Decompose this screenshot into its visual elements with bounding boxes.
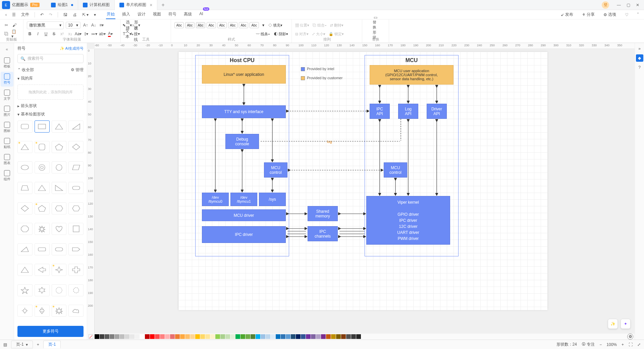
shape-hexagon2[interactable] (68, 202, 84, 214)
style-preset[interactable]: Abc (239, 22, 248, 28)
share-button[interactable]: ⚘ 分享 (580, 11, 597, 18)
list-icon[interactable]: ≔▾ (91, 31, 97, 37)
shape-pill[interactable] (52, 243, 67, 255)
ai-generate-button[interactable]: ✨ AI生成符号 (60, 46, 84, 51)
rail-component[interactable]: 组件 (1, 168, 13, 183)
color-swatch[interactable] (220, 334, 225, 339)
focus-button[interactable]: ⦿ 专注 (582, 342, 595, 347)
close-icon[interactable]: × (150, 2, 152, 8)
section-mylib[interactable]: ▾ 我的库 (17, 74, 84, 83)
shape-donut[interactable] (35, 161, 50, 173)
paste-icon[interactable]: 📋▾ (11, 31, 17, 37)
color-swatch[interactable] (215, 334, 220, 339)
font-size-select[interactable]: 10▾ (66, 22, 80, 29)
rail-text[interactable]: 文字 (1, 88, 13, 103)
box-tty[interactable]: TTY and sys interface (202, 105, 286, 118)
color-swatch[interactable] (115, 334, 119, 339)
export-button[interactable]: ⇱ ▾ (80, 11, 91, 18)
color-swatch[interactable] (230, 334, 235, 339)
shape-star5[interactable] (17, 284, 33, 296)
color-swatch[interactable] (326, 334, 331, 339)
box-ipc-driver[interactable]: IPC driver (202, 226, 286, 243)
shape-heart[interactable] (52, 223, 67, 235)
underline-icon[interactable]: U (43, 31, 49, 37)
shadow-button[interactable]: ◐ 阴影▾ (274, 32, 288, 37)
tab-insert[interactable]: 插入 (121, 10, 131, 19)
subscript-icon[interactable]: x₂ (67, 31, 73, 37)
tab-view[interactable]: 视图 (152, 10, 162, 19)
box-dev1[interactable]: /dev /ttymcu1 (230, 193, 257, 206)
shape-star6[interactable] (35, 284, 50, 296)
options-button[interactable]: ⚙ 选项 (601, 11, 618, 18)
style-preset[interactable]: Abc (207, 22, 216, 28)
publish-button[interactable]: ➹ 发布 (559, 11, 575, 18)
page[interactable]: Host CPU MCU Provided by intel Provided … (178, 52, 547, 310)
color-swatch[interactable] (160, 334, 165, 339)
shape-star8[interactable] (52, 305, 67, 317)
shape-righttri[interactable] (68, 120, 84, 133)
color-swatch[interactable] (240, 334, 245, 339)
color-swatch[interactable] (251, 334, 255, 339)
rail-chart[interactable]: 图表 (1, 152, 13, 167)
strike-icon[interactable]: S (51, 31, 57, 37)
print-button[interactable]: 🖨 (71, 11, 79, 18)
redo-button[interactable]: ↷ (47, 11, 54, 18)
box-debug[interactable]: Debug console (225, 134, 259, 149)
color-swatch[interactable] (205, 334, 210, 339)
rail-symbol[interactable]: 符号 (1, 72, 13, 87)
help-icon[interactable]: ? (636, 64, 643, 71)
color-swatch[interactable] (271, 334, 275, 339)
position-button[interactable]: ▦ 位置▾ (295, 23, 309, 28)
shape-burst[interactable] (35, 223, 50, 235)
color-swatch[interactable] (225, 334, 230, 339)
box-driver-api[interactable]: Driver API (427, 104, 447, 119)
color-swatch[interactable] (110, 334, 114, 339)
menu-icon[interactable]: ☰ (10, 11, 18, 18)
tab-ai[interactable]: AI (199, 10, 204, 19)
connector-tool[interactable]: ↳ 连接线▾ (132, 31, 138, 37)
rail-sticker[interactable]: 贴纸 (1, 136, 13, 151)
color-swatch[interactable] (351, 334, 356, 339)
color-swatch[interactable] (266, 334, 270, 339)
color-swatch[interactable] (261, 334, 265, 339)
color-swatch[interactable] (306, 334, 311, 339)
box-mcu-app[interactable]: MCU user application (GPIO/12C/UART/PWM … (370, 65, 453, 85)
color-swatch[interactable] (341, 334, 346, 339)
shape-wedge[interactable] (17, 243, 33, 255)
properties-icon[interactable]: ◆ (636, 54, 643, 62)
tab-design[interactable]: 设计 (137, 10, 146, 19)
shape-diamond[interactable] (68, 141, 84, 153)
align-icon[interactable]: ≡▾ (99, 22, 105, 28)
shape-rect[interactable] (35, 120, 50, 133)
line-button[interactable]: 〰 线条▾ (256, 32, 270, 37)
color-swatch[interactable] (321, 334, 326, 339)
replace-shape-button[interactable]: ▭替换形状 (373, 21, 379, 34)
color-swatch[interactable] (281, 334, 285, 339)
box-mcu-ctl2[interactable]: MCU control (384, 162, 407, 178)
style-preset[interactable]: Abc (250, 22, 259, 28)
shape-roundrect2[interactable] (35, 243, 50, 255)
expand-right-icon[interactable]: » (636, 45, 643, 52)
shape-capsule[interactable] (68, 182, 84, 194)
back-button[interactable]: ‹ (3, 11, 9, 18)
shape-roundsq[interactable] (35, 141, 50, 153)
close-window-icon[interactable]: ✕ (635, 3, 640, 7)
linespace-icon[interactable]: ‡▾ (83, 31, 89, 37)
collapse-ribbon-icon[interactable]: ˇ (635, 11, 641, 18)
color-swatch[interactable] (356, 334, 361, 339)
shape-star4[interactable] (52, 264, 67, 276)
color-swatch[interactable] (135, 334, 140, 339)
font-family-select[interactable]: 微软雅黑▾ (27, 21, 64, 29)
tab-start[interactable]: 开始 (106, 10, 115, 19)
color-swatch[interactable] (170, 334, 175, 339)
no-color-swatch[interactable] (89, 334, 93, 339)
page-tab-active[interactable]: 页-1 (43, 341, 61, 348)
more-button[interactable]: ▾ (92, 11, 98, 18)
page-tab[interactable]: 页-1 ▾ (11, 341, 33, 348)
box-ipc-api[interactable]: IPC API (370, 104, 390, 119)
lock-button[interactable]: 🔒 锁定▾ (329, 32, 344, 37)
manage-button[interactable]: ⚙ 管理 (71, 67, 84, 73)
undo-button[interactable]: ↶ (38, 11, 46, 18)
shape-triangle3[interactable] (35, 182, 50, 194)
fontcolor-icon[interactable]: A▾ (107, 31, 113, 37)
